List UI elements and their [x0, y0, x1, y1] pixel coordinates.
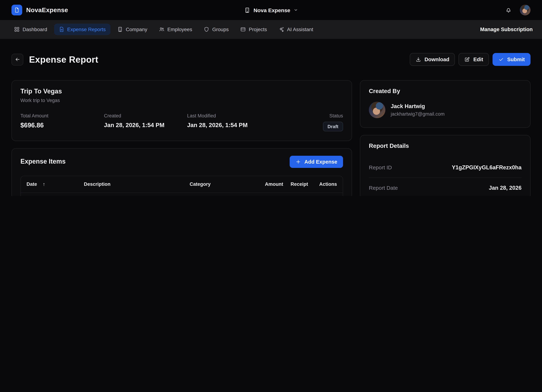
page-title: Expense Report: [29, 54, 98, 65]
nav-label: Expense Reports: [67, 26, 106, 32]
edit-button[interactable]: Edit: [459, 53, 489, 66]
nav-ai-assistant[interactable]: AI Assistant: [274, 24, 318, 35]
back-button[interactable]: [11, 54, 23, 65]
nav-expense-reports[interactable]: Expense Reports: [54, 24, 110, 35]
top-header: NovaExpense Nova Expense: [0, 0, 542, 20]
check-icon: [498, 57, 504, 63]
stat-value: Jan 28, 2026, 1:54 PM: [187, 122, 323, 128]
nav-label: Projects: [249, 26, 267, 32]
content-grid: Trip To Vegas Work trip to Vegas Total A…: [11, 80, 531, 196]
manage-subscription-link[interactable]: Manage Subscription: [480, 26, 533, 32]
stat-label: Total Amount: [21, 113, 104, 118]
app-window: NovaExpense Nova Expense Dashboard Expen…: [0, 0, 542, 196]
stat-label: Last Modified: [187, 113, 323, 118]
grid-icon: [14, 26, 20, 32]
detail-value: Jan 28, 2026: [489, 185, 521, 191]
detail-row-report-id: Report ID Y1gZPGIXyGL6aFRezx0ha: [369, 156, 521, 178]
nav-company[interactable]: Company: [113, 24, 152, 35]
submit-button[interactable]: Submit: [493, 53, 531, 66]
workspace-selector[interactable]: Nova Expense: [244, 7, 298, 13]
chevron-down-icon: [293, 8, 298, 12]
kanban-icon: [240, 26, 246, 32]
stat-value: Jan 28, 2026, 1:54 PM: [104, 122, 187, 128]
sort-asc-icon[interactable]: ↑: [43, 181, 45, 187]
report-details-list: Report ID Y1gZPGIXyGL6aFRezx0ha Report D…: [369, 156, 521, 196]
document-icon: [14, 7, 20, 13]
document-icon: [59, 26, 64, 32]
add-expense-label: Add Expense: [304, 159, 337, 164]
stat-label: Created: [104, 113, 187, 118]
trip-subtitle: Work trip to Vegas: [21, 98, 343, 103]
created-by-card: Created By Jack Hartwig jackhartwig7@gma…: [360, 80, 531, 128]
nav-label: AI Assistant: [287, 26, 313, 32]
arrow-left-icon: [15, 57, 20, 63]
creator-row: Jack Hartwig jackhartwig7@gmail.com: [369, 101, 521, 120]
detail-row-report-date: Report Date Jan 28, 2026: [369, 178, 521, 196]
add-expense-button[interactable]: Add Expense: [290, 156, 343, 168]
edit-icon: [464, 57, 470, 63]
report-details-card: Report Details Report ID Y1gZPGIXyGL6aFR…: [360, 135, 531, 196]
brand-name: NovaExpense: [26, 6, 68, 14]
trip-stats: Total Amount $696.86 Created Jan 28, 202…: [21, 113, 343, 131]
stat-label: Status: [323, 113, 343, 118]
people-icon: [159, 26, 164, 32]
download-button[interactable]: Download: [410, 53, 455, 66]
left-column: Trip To Vegas Work trip to Vegas Total A…: [11, 80, 352, 196]
nav-projects[interactable]: Projects: [236, 24, 271, 35]
col-actions: Actions: [315, 181, 337, 187]
expense-items-card: Expense Items Add Expense Date↑ Descript…: [11, 148, 352, 196]
building-icon: [117, 26, 123, 32]
download-icon: [415, 57, 421, 63]
stat-status: Status Draft: [323, 113, 343, 131]
trip-summary-card: Trip To Vegas Work trip to Vegas Total A…: [11, 80, 352, 141]
main-nav: Dashboard Expense Reports Company Employ…: [0, 20, 542, 39]
detail-value: Y1gZPGIXyGL6aFRezx0ha: [452, 164, 521, 171]
nav-employees[interactable]: Employees: [154, 24, 197, 35]
nav-label: Employees: [167, 26, 192, 32]
sparkles-icon: [278, 26, 284, 32]
submit-label: Submit: [507, 57, 525, 63]
created-by-title: Created By: [369, 88, 521, 94]
creator-email: jackhartwig7@gmail.com: [391, 111, 445, 117]
col-date[interactable]: Date: [27, 181, 37, 187]
creator-avatar: [369, 101, 385, 118]
expense-items-title: Expense Items: [21, 158, 65, 165]
detail-label: Report ID: [369, 164, 392, 170]
stat-created: Created Jan 28, 2026, 1:54 PM: [104, 113, 187, 131]
shield-icon: [204, 26, 209, 32]
plus-icon: [295, 159, 301, 164]
edit-label: Edit: [473, 57, 483, 63]
detail-label: Report Date: [369, 185, 398, 191]
nav-groups[interactable]: Groups: [199, 24, 233, 35]
header-right: [505, 5, 531, 15]
nav-label: Groups: [212, 26, 229, 32]
page-title-row: Expense Report Download Edit Submit: [11, 48, 531, 71]
stat-value: $696.86: [21, 122, 104, 129]
title-buttons: Download Edit Submit: [410, 53, 531, 66]
col-category: Category: [190, 181, 242, 187]
workspace-name: Nova Expense: [253, 7, 290, 13]
bell-icon[interactable]: [505, 7, 512, 13]
nav-label: Company: [126, 26, 147, 32]
right-column: Created By Jack Hartwig jackhartwig7@gma…: [360, 80, 531, 196]
report-details-title: Report Details: [369, 142, 521, 149]
brand: NovaExpense: [11, 5, 68, 15]
stat-total-amount: Total Amount $696.86: [21, 113, 104, 131]
stat-modified: Last Modified Jan 28, 2026, 1:54 PM: [187, 113, 323, 131]
creator-name: Jack Hartwig: [391, 103, 445, 109]
table-header-row: Date↑ Description Category Amount Receip…: [21, 176, 343, 192]
app-logo: [11, 5, 22, 15]
expense-table: Date↑ Description Category Amount Receip…: [21, 176, 343, 196]
expense-items-header: Expense Items Add Expense: [21, 156, 343, 168]
nav-dashboard[interactable]: Dashboard: [9, 24, 52, 35]
trip-title: Trip To Vegas: [21, 88, 343, 95]
col-amount: Amount: [242, 181, 283, 187]
col-receipt: Receipt: [283, 181, 315, 187]
nav-label: Dashboard: [22, 26, 47, 32]
status-badge: Draft: [323, 122, 343, 131]
table-row[interactable]: Jan 28, 2026 Hotel fees Hotel $467.23 $: [21, 192, 343, 196]
col-description: Description: [84, 181, 190, 187]
building-icon: [244, 7, 250, 13]
user-avatar[interactable]: [520, 5, 531, 15]
download-label: Download: [424, 57, 449, 63]
